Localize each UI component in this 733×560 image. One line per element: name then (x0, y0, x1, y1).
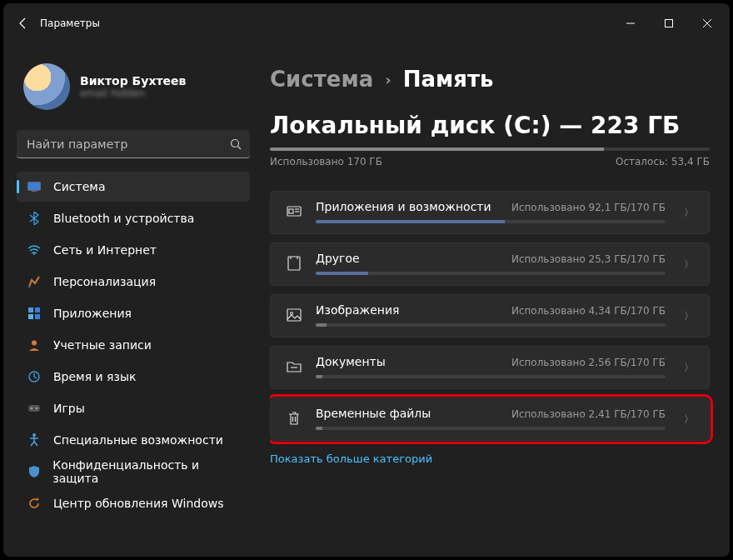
svg-rect-8 (28, 308, 33, 312)
category-bar (316, 220, 666, 223)
nav-item-privacy[interactable]: Конфиденциальность и защита (17, 457, 250, 487)
category-usage: Использовано 2,41 ГБ/170 ГБ (511, 408, 666, 420)
nav-item-label: Учетные записи (53, 338, 152, 352)
nav-item-label: Система (53, 180, 105, 193)
nav-item-label: Приложения (53, 307, 132, 320)
close-button[interactable] (688, 10, 726, 37)
svg-rect-5 (32, 191, 37, 192)
network-icon (27, 242, 42, 258)
category-images[interactable]: ИзображенияИспользовано 4,34 ГБ/170 ГБ〉 (270, 294, 710, 338)
svg-rect-10 (28, 314, 33, 319)
svg-rect-22 (288, 257, 300, 270)
window-controls (611, 10, 726, 37)
nav-item-label: Время и язык (53, 370, 136, 383)
category-name: Документы (316, 355, 386, 368)
category-name: Временные файлы (316, 407, 431, 420)
category-other[interactable]: ДругоеИспользовано 25,3 ГБ/170 ГБ〉 (270, 242, 710, 286)
window-title: Параметры (40, 18, 100, 29)
svg-point-17 (32, 433, 36, 437)
other-icon (286, 255, 302, 272)
chevron-right-icon: 〉 (684, 258, 694, 272)
nav-item-label: Bluetooth и устройства (53, 212, 194, 225)
maximize-button[interactable] (650, 10, 688, 37)
personalization-icon (27, 274, 42, 289)
chevron-right-icon: 〉 (684, 412, 694, 427)
minimize-button[interactable] (611, 10, 650, 37)
gaming-icon (27, 401, 42, 416)
chevron-right-icon: 〉 (684, 206, 694, 220)
svg-rect-19 (289, 209, 293, 213)
nav-item-personalization[interactable]: Персонализация (17, 267, 250, 297)
back-button[interactable] (7, 17, 40, 30)
category-bar (316, 427, 666, 430)
chevron-right-icon: 〉 (684, 309, 694, 323)
disk-used-label: Использовано 170 ГБ (270, 156, 382, 168)
user-email: email hidden (80, 88, 186, 99)
svg-point-6 (33, 253, 35, 255)
chevron-right-icon: › (385, 71, 391, 88)
privacy-icon (27, 464, 41, 479)
breadcrumb-current: Память (403, 67, 494, 92)
svg-rect-14 (28, 405, 40, 412)
category-temp[interactable]: Временные файлыИспользовано 2,41 ГБ/170 … (270, 398, 710, 441)
svg-point-16 (36, 408, 37, 409)
show-more-link[interactable]: Показать больше категорий (270, 452, 432, 465)
user-block[interactable]: Виктор Бухтеев email hidden (17, 43, 250, 130)
svg-rect-11 (35, 314, 40, 319)
svg-point-7 (28, 286, 31, 288)
nav-item-apps[interactable]: Приложения (17, 298, 250, 328)
content: Виктор Бухтеев email hidden СистемаBluet… (3, 43, 730, 557)
category-list: Приложения и возможностиИспользовано 92,… (270, 191, 710, 441)
sidebar: Виктор Бухтеев email hidden СистемаBluet… (10, 43, 250, 550)
nav-item-label: Сеть и Интернет (53, 243, 157, 257)
nav-item-time[interactable]: Время и язык (17, 362, 250, 392)
titlebar: Параметры (3, 3, 730, 43)
search-input[interactable] (17, 130, 250, 158)
svg-point-24 (291, 312, 293, 315)
nav-item-system[interactable]: Система (17, 172, 250, 202)
category-apps-features[interactable]: Приложения и возможностиИспользовано 92,… (270, 191, 710, 234)
svg-rect-9 (35, 308, 40, 312)
category-usage: Использовано 2,56 ГБ/170 ГБ (511, 357, 666, 368)
nav-item-update[interactable]: Центр обновления Windows (17, 488, 250, 518)
category-name: Изображения (316, 303, 399, 317)
bluetooth-icon (27, 211, 42, 226)
nav-item-label: Центр обновления Windows (53, 497, 223, 510)
category-name: Другое (316, 252, 360, 265)
nav-item-label: Игры (53, 402, 85, 415)
nav-item-accounts[interactable]: Учетные записи (17, 330, 250, 360)
nav-item-bluetooth[interactable]: Bluetooth и устройства (17, 203, 250, 233)
disk-usage-bar (270, 148, 710, 151)
chevron-right-icon: 〉 (684, 361, 694, 375)
breadcrumb-parent[interactable]: Система (270, 67, 373, 92)
update-icon (27, 496, 42, 511)
settings-window: Параметры Виктор Бухтеев email hidden (3, 3, 730, 557)
category-documents[interactable]: ДокументыИспользовано 2,56 ГБ/170 ГБ〉 (270, 346, 710, 389)
category-bar (316, 272, 666, 275)
category-usage: Использовано 4,34 ГБ/170 ГБ (511, 305, 666, 317)
documents-icon (286, 358, 302, 375)
disk-meta: Использовано 170 ГБ Осталось: 53,4 ГБ (270, 156, 710, 168)
user-name: Виктор Бухтеев (80, 74, 186, 88)
apps-features-icon (286, 203, 302, 220)
disk-free-label: Осталось: 53,4 ГБ (616, 156, 710, 168)
nav-item-accessibility[interactable]: Специальные возможности (17, 425, 250, 455)
category-name: Приложения и возможности (316, 200, 491, 213)
breadcrumb: Система › Память (270, 67, 710, 92)
time-icon (27, 369, 42, 384)
category-bar (316, 323, 666, 327)
svg-point-15 (31, 408, 32, 409)
svg-rect-4 (28, 182, 41, 191)
nav-item-label: Конфиденциальность и защита (52, 458, 240, 485)
avatar (23, 63, 70, 110)
accessibility-icon (27, 432, 42, 448)
svg-rect-23 (287, 309, 301, 321)
disk-title: Локальный диск (C:) — 223 ГБ (270, 112, 710, 139)
nav-item-network[interactable]: Сеть и Интернет (17, 235, 250, 265)
search (17, 130, 250, 158)
nav-item-gaming[interactable]: Игры (17, 393, 250, 423)
nav: СистемаBluetooth и устройстваСеть и Инте… (17, 172, 250, 518)
category-bar (316, 375, 666, 378)
images-icon (286, 307, 302, 323)
category-usage: Использовано 92,1 ГБ/170 ГБ (511, 202, 666, 213)
